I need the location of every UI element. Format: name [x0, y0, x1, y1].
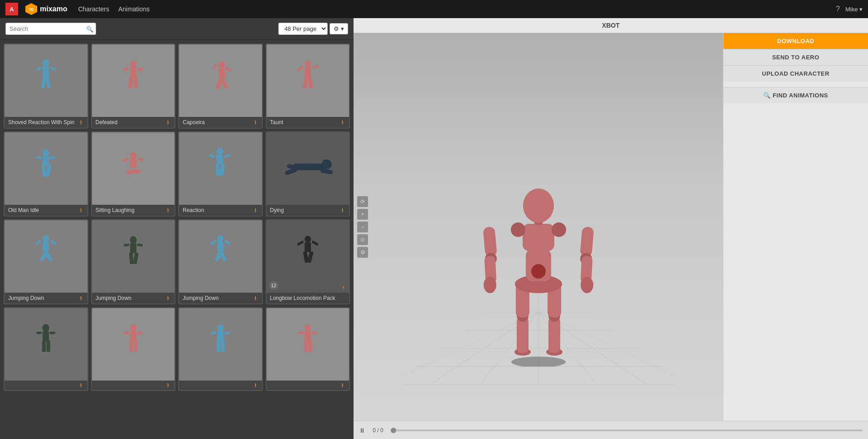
svg-rect-58 — [133, 252, 139, 264]
mixamo-hex-icon: m — [25, 3, 37, 15]
svg-rect-94 — [308, 341, 312, 352]
anim-name-jumping-2: Jumping Down — [96, 295, 131, 301]
anim-label-taunt: Taunt 🚶 — [267, 117, 349, 128]
walk-icon-13: 🚶 — [78, 383, 84, 388]
viewport-3d[interactable]: ⟳ + − ⊙ ⚙ — [354, 33, 723, 421]
anim-thumb-jumping-2 — [92, 220, 175, 293]
anim-card-dying[interactable]: Dying 🚶 — [266, 131, 350, 217]
anim-name-taunt: Taunt — [270, 119, 283, 125]
search-button[interactable]: 🔍 — [86, 25, 93, 32]
svg-point-77 — [130, 324, 136, 331]
reset-control[interactable]: ⊙ — [357, 234, 368, 245]
help-icon[interactable]: ? — [836, 5, 840, 13]
svg-rect-81 — [129, 341, 133, 352]
anim-card-reaction[interactable]: Reaction 🚶 — [178, 131, 263, 217]
svg-rect-3 — [50, 67, 55, 71]
nav-characters[interactable]: Characters — [78, 5, 109, 13]
per-page-dropdown[interactable]: 48 Per page 24 Per page 12 Per page — [278, 23, 328, 35]
svg-point-59 — [217, 235, 223, 242]
anim-card-jumping-3[interactable]: Jumping Down 🚶 — [178, 219, 263, 304]
anim-thumb-row4-1 — [5, 308, 87, 381]
svg-rect-82 — [134, 341, 137, 352]
anim-card-longbow[interactable]: 12 🚶 Longbow Locomotion Pack — [266, 219, 350, 304]
svg-point-107 — [511, 357, 566, 367]
svg-rect-39 — [224, 154, 231, 158]
svg-point-12 — [219, 61, 225, 68]
svg-point-89 — [305, 324, 311, 331]
search-bar: 🔍 48 Per page 24 Per page 12 Per page ⚙ … — [0, 18, 354, 40]
anim-label-defeated: Defeated 🚶 — [92, 117, 175, 128]
play-button[interactable]: ⏸ — [359, 427, 365, 434]
anim-card-defeated[interactable]: Defeated 🚶 — [91, 43, 176, 129]
user-menu[interactable]: Mike ▾ — [845, 6, 863, 13]
svg-rect-8 — [123, 67, 129, 72]
search-input[interactable] — [5, 23, 96, 35]
find-animations-button[interactable]: 🔍 FIND ANIMATIONS — [723, 87, 868, 103]
progress-bar[interactable] — [391, 429, 863, 431]
anim-thumb-old-man-idle — [5, 132, 87, 205]
anim-card-row4-2[interactable]: 🚶 — [91, 307, 176, 391]
walk-icon-8: 🚶 — [340, 208, 345, 213]
send-to-aero-button[interactable]: SEND TO AERO — [723, 49, 868, 65]
svg-rect-56 — [137, 243, 143, 246]
anim-card-old-man-idle[interactable]: Old Man Idle 🚶 — [4, 131, 88, 217]
top-navigation: A m mixamo Characters Animations ? Mike … — [0, 0, 868, 18]
svg-rect-20 — [297, 65, 303, 72]
svg-rect-19 — [305, 68, 311, 77]
nav-animations[interactable]: Animations — [118, 5, 150, 13]
svg-rect-27 — [49, 156, 55, 159]
anim-label-sitting-laughing: Sitting Laughing 🚶 — [92, 205, 175, 216]
zoom-in-control[interactable]: + — [357, 209, 368, 220]
zoom-out-control[interactable]: − — [357, 222, 368, 232]
anim-card-taunt[interactable]: Taunt 🚶 — [266, 43, 350, 129]
main-layout: 🔍 48 Per page 24 Per page 12 Per page ⚙ … — [0, 18, 868, 439]
svg-point-119 — [531, 264, 546, 279]
walk-icon-4: 🚶 — [340, 120, 345, 125]
anim-card-jumping-1[interactable]: Jumping Down 🚶 — [4, 219, 88, 304]
rotate-control[interactable]: ⟳ — [357, 196, 368, 207]
svg-rect-90 — [305, 331, 311, 341]
svg-point-47 — [43, 235, 49, 242]
svg-rect-62 — [224, 240, 231, 246]
settings-control[interactable]: ⚙ — [357, 247, 368, 258]
right-content: ⟳ + − ⊙ ⚙ DOWNLOAD SEND TO AERO UPLOAD C… — [354, 33, 868, 421]
svg-point-83 — [217, 324, 223, 331]
anim-thumb-jumping-3 — [179, 220, 262, 293]
char-figure-blue-4 — [30, 229, 62, 284]
anim-label-reaction: Reaction 🚶 — [179, 205, 262, 216]
anim-card-row4-1[interactable]: 🚶 — [4, 307, 88, 391]
anim-name-defeated: Defeated — [96, 119, 118, 125]
svg-rect-78 — [130, 331, 136, 341]
anim-name-dying: Dying — [270, 207, 284, 213]
anim-card-capoeira[interactable]: Capoeira 🚶 — [178, 43, 263, 129]
char-figure-row4-4 — [292, 317, 324, 371]
progress-thumb[interactable] — [391, 428, 396, 433]
svg-rect-5 — [45, 77, 51, 88]
anim-name-sitting-laughing: Sitting Laughing — [96, 207, 135, 213]
svg-rect-111 — [548, 317, 560, 353]
anim-card-row4-3[interactable]: 🚶 — [178, 307, 263, 391]
anim-card-row4-4[interactable]: 🚶 — [266, 307, 350, 391]
grid-settings-button[interactable]: ⚙ ▾ — [330, 23, 348, 34]
svg-rect-72 — [43, 331, 49, 341]
anim-card-jumping-2[interactable]: Jumping Down 🚶 — [91, 219, 176, 304]
animation-grid-wrapper[interactable]: Shoved Reaction With Spin 🚶 — [0, 40, 354, 439]
upload-character-button[interactable]: UPLOAD CHARACTER — [723, 65, 868, 82]
anim-card-sitting-laughing[interactable]: Sitting Laughing 🚶 — [91, 131, 176, 217]
svg-rect-73 — [36, 332, 42, 334]
svg-rect-75 — [42, 341, 46, 352]
anim-card-shoved[interactable]: Shoved Reaction With Spin 🚶 — [4, 43, 88, 129]
anim-label-old-man-idle: Old Man Idle 🚶 — [5, 205, 87, 216]
anim-thumb-taunt — [267, 44, 349, 117]
nav-links: Characters Animations — [78, 5, 150, 13]
svg-rect-88 — [221, 341, 225, 352]
walk-icon-16: 🚶 — [340, 383, 345, 388]
svg-rect-66 — [305, 242, 311, 252]
anim-thumb-defeated — [92, 44, 175, 117]
svg-rect-11 — [133, 77, 138, 88]
download-button[interactable]: DOWNLOAD — [723, 33, 868, 49]
anim-label-jumping-1: Jumping Down 🚶 — [5, 293, 87, 304]
svg-point-36 — [217, 148, 223, 155]
walk-icon-10: 🚶 — [165, 296, 171, 301]
svg-point-132 — [581, 277, 593, 293]
